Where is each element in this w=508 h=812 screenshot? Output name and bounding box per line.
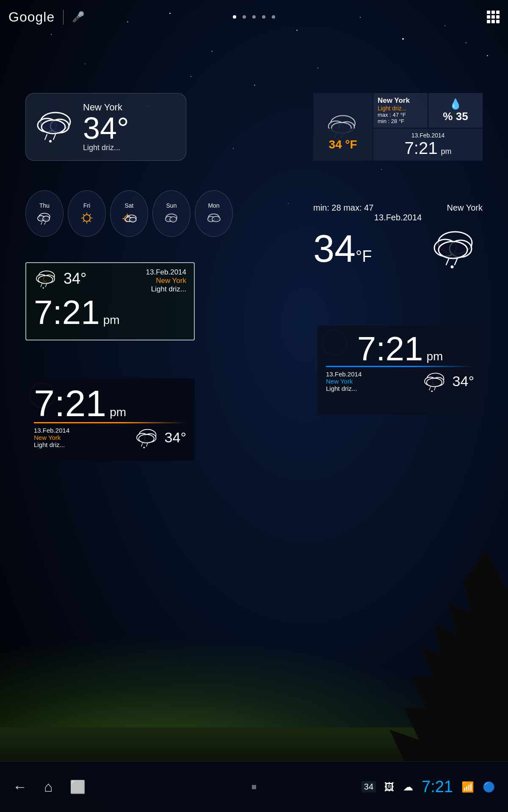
composite-datetime-cell: 13.Feb.2014 7:21 pm [373,129,483,161]
wts-time-suffix: pm [110,406,126,419]
svg-point-57 [138,434,154,443]
microphone-icon[interactable]: 🎤 [72,11,85,23]
svg-line-52 [45,284,47,287]
svg-line-58 [141,443,143,446]
wts-condition: Light driz... [34,441,69,448]
wtb-city: New York [146,277,186,285]
wtb-time: 7:21 [34,296,100,329]
composite-date: 13.Feb.2014 [411,132,445,139]
widget-time-small[interactable]: 7:21 pm 13.Feb.2014 New York Light driz.… [25,379,195,461]
svg-line-24 [83,214,84,215]
screenshot-icon: 🖼 [384,781,395,793]
widget-main-weather[interactable]: New York 34° Light driz... [25,93,186,161]
nav-badge: 34 [362,781,376,793]
wbr-date: 13.Feb.2014 [326,370,417,378]
wtb-condition: Light driz... [146,285,186,294]
main-content: Google 🎤 [0,0,508,812]
top-bar: Google 🎤 [0,0,508,34]
widget-composite[interactable]: New York Light driz... max : 47 °F min :… [313,93,483,161]
forecast-thu-label: Thu [39,202,50,209]
recents-icon[interactable]: ⬜ [70,779,86,794]
bluetooth-icon: 🔵 [483,781,495,793]
page-dot-4[interactable] [262,15,265,19]
wts-date: 13.Feb.2014 [34,427,69,434]
nav-right-icons: 34 🖼 ☁ 7:21 📶 🔵 [362,778,495,796]
nav-bar: ← ⌂ ⬜ 34 🖼 ☁ 7:21 📶 🔵 [0,761,508,812]
cr-cloud-icon [428,227,483,271]
composite-humidity-cell: 💧 % 35 [428,93,483,128]
forecast-sat[interactable]: Sat [110,190,148,237]
back-icon[interactable]: ← [13,779,27,795]
clock-face-decoration [30,383,55,408]
composite-time: 7:21 [405,139,438,158]
page-dot-2[interactable] [243,15,246,19]
svg-line-45 [455,259,457,265]
svg-point-64 [426,378,442,387]
composite-city: New York [378,96,423,105]
svg-line-5 [53,134,55,140]
cr-city: New York [447,203,483,213]
wbr-temp: 34° [453,373,474,390]
page-dot-5[interactable] [272,15,275,19]
svg-line-18 [44,222,45,225]
widget-time-big[interactable]: 34° 13.Feb.2014 New York Light driz... 7… [25,262,195,340]
svg-point-3 [41,120,65,134]
svg-line-51 [41,284,42,287]
page-dot-3[interactable] [252,15,256,19]
svg-point-43 [439,241,467,258]
widget-bottom-right[interactable]: 7:21 pm 13.Feb.2014 New York Light driz.… [318,326,483,414]
home-icon[interactable]: ⌂ [44,779,53,795]
composite-humidity: % 35 [443,110,468,123]
humidity-drop-icon: 💧 [449,98,462,110]
google-logo[interactable]: Google 🎤 [8,9,85,25]
cr-date: 13.Feb.2014 [374,213,422,222]
cloud-rain-icon-large [34,109,77,145]
wtb-temp: 34° [64,270,86,288]
forecast-row[interactable]: Thu Fri [25,190,233,237]
forecast-sat-label: Sat [124,202,133,209]
forecast-sun[interactable]: Sun [152,190,190,237]
forecast-mon-label: Mon [208,202,219,209]
svg-point-33 [130,217,136,222]
svg-line-25 [89,220,90,221]
wtb-date: 13.Feb.2014 [146,268,186,277]
main-temp: 34° [83,113,129,143]
svg-point-50 [38,276,52,284]
composite-temp-cell: 34 °F [313,129,373,161]
wifi-icon: 📶 [461,781,474,793]
cr-minmax: min: 28 max: 47 [313,203,373,213]
forecast-fri[interactable]: Fri [68,190,106,237]
wts-city: New York [34,434,69,441]
svg-point-46 [451,266,454,269]
page-dot-1[interactable] [233,15,236,19]
composite-time-suffix: pm [441,147,451,156]
wbr-time-suffix: pm [426,350,443,363]
svg-line-4 [45,134,47,140]
nav-time: 7:21 [422,778,453,796]
svg-line-65 [429,387,431,390]
forecast-mon[interactable]: Mon [195,190,233,237]
google-text: Google [8,9,55,25]
apps-grid-icon[interactable] [487,11,500,23]
wts-temp: 34° [165,429,186,446]
forecast-thu[interactable]: Thu [25,190,64,237]
forecast-fri-label: Fri [83,202,90,209]
logo-divider [63,10,64,25]
forecast-sun-label: Sun [166,202,177,209]
wbr-condition: Light driz... [326,385,417,392]
svg-line-59 [146,443,147,446]
nav-center-dot [252,785,256,789]
svg-line-17 [41,222,42,225]
cr-unit: °F [356,247,372,266]
svg-point-53 [43,287,44,288]
wbr-city: New York [326,378,417,385]
svg-line-27 [83,220,84,221]
svg-line-26 [89,214,90,215]
svg-point-6 [49,140,52,143]
page-dots [233,15,275,19]
svg-point-60 [143,447,145,448]
widget-center-right[interactable]: min: 28 max: 47 New York 13.Feb.2014 34 … [313,203,483,271]
composite-info-cell: New York Light driz... max : 47 °F min :… [373,93,428,128]
cloud-sync-icon: ☁ [403,781,413,793]
svg-line-66 [434,387,435,390]
